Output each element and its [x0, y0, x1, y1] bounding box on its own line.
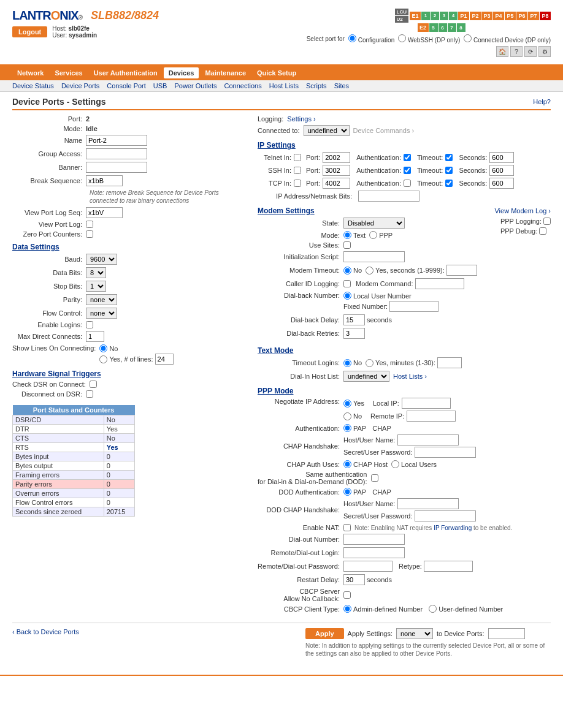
ppp-logging-checkbox[interactable] [543, 218, 551, 225]
nav-devices[interactable]: Devices [164, 67, 199, 78]
cbcp-server-checkbox[interactable] [343, 591, 351, 599]
dod-host-user-input[interactable] [397, 498, 459, 509]
user-defined-option[interactable]: User-defined Number [429, 605, 503, 613]
show-lines-no-option[interactable]: No [99, 344, 173, 352]
config-icon[interactable]: ⚙ [538, 46, 551, 57]
name-input[interactable] [86, 135, 147, 146]
admin-defined-radio[interactable] [343, 605, 351, 613]
chap-host-option[interactable]: CHAP Host [343, 460, 388, 468]
negotiate-yes-option[interactable]: Yes [343, 400, 364, 408]
ip-mask-input[interactable] [358, 191, 419, 202]
modem-command-input[interactable] [415, 278, 464, 289]
dod-chap-option[interactable]: CHAP [372, 488, 391, 496]
negotiate-no-radio[interactable] [343, 412, 351, 420]
chap-secret-input[interactable] [415, 447, 476, 458]
local-user-radio[interactable] [343, 292, 351, 300]
tcp-seconds-input[interactable] [489, 178, 514, 189]
timeout-seconds-input[interactable] [446, 265, 477, 276]
settings-link[interactable]: Settings › [287, 115, 315, 123]
timeout-no-option[interactable]: No [343, 267, 362, 275]
banner-input[interactable] [86, 162, 147, 173]
remote-ip-input[interactable] [407, 411, 456, 422]
tcp-timeout-checkbox[interactable] [445, 180, 453, 187]
init-script-input[interactable] [343, 251, 405, 262]
pap-option[interactable]: PAP [343, 424, 366, 432]
nav-quick-setup[interactable]: Quick Setup [252, 67, 301, 78]
telnet-timeout-checkbox[interactable] [445, 154, 453, 161]
tcp-port-input[interactable] [323, 178, 350, 189]
dod-pap-option[interactable]: PAP [343, 488, 366, 496]
mode-text-option[interactable]: Text [343, 231, 366, 239]
connected-radio-label[interactable]: Connected Device (DP only) [464, 34, 551, 44]
subnav-device-ports[interactable]: Device Ports [61, 82, 99, 89]
break-seq-input[interactable] [86, 175, 123, 186]
telnet-auth-checkbox[interactable] [404, 154, 411, 161]
dialback-delay-input[interactable] [343, 314, 365, 325]
mode-text-radio[interactable] [343, 231, 351, 239]
port-7[interactable]: 7 [448, 23, 456, 32]
telnet-port-input[interactable] [323, 152, 350, 163]
dial-in-host-select[interactable]: undefined [343, 371, 389, 382]
port-8[interactable]: 8 [457, 23, 465, 32]
mode-ppp-option[interactable]: PPP [369, 231, 393, 239]
subnav-device-status[interactable]: Device Status [12, 82, 54, 89]
port-3[interactable]: 3 [440, 12, 448, 20]
refresh-icon[interactable]: ⟳ [524, 46, 537, 57]
pap-radio[interactable] [343, 424, 351, 432]
telnet-seconds-input[interactable] [489, 152, 514, 163]
to-device-ports-input[interactable] [488, 628, 525, 639]
negotiate-no-option[interactable]: No [343, 412, 362, 420]
help-icon[interactable]: ? [510, 46, 523, 57]
ssh-timeout-checkbox[interactable] [445, 167, 453, 174]
nav-services[interactable]: Services [50, 67, 87, 78]
local-users-radio[interactable] [391, 460, 399, 468]
fixed-number-option[interactable]: Fixed Number: [343, 301, 439, 312]
webssh-radio[interactable] [398, 34, 406, 42]
help-link[interactable]: Help? [533, 98, 551, 105]
connected-to-select[interactable]: undefined [304, 125, 350, 136]
apply-button[interactable]: Apply [305, 628, 344, 639]
admin-defined-option[interactable]: Admin-defined Number [343, 605, 423, 613]
config-radio-label[interactable]: Configuration [348, 34, 394, 44]
tcp-auth-checkbox[interactable] [404, 180, 411, 187]
timeout-minutes-input[interactable] [437, 357, 462, 368]
dod-pap-radio[interactable] [343, 488, 351, 496]
chap-option[interactable]: CHAP [372, 425, 391, 432]
back-to-device-ports-link[interactable]: ‹ Back to Device Ports [12, 628, 79, 635]
enable-nat-checkbox[interactable] [343, 524, 351, 531]
ppp-debug-checkbox[interactable] [539, 227, 546, 235]
ssh-port-input[interactable] [323, 165, 350, 176]
same-auth-checkbox[interactable] [371, 474, 378, 482]
subnav-sites[interactable]: Sites [334, 82, 349, 89]
port-5[interactable]: 5 [429, 23, 438, 32]
subnav-connections[interactable]: Connections [224, 82, 262, 89]
tl-no-option[interactable]: No [343, 359, 362, 367]
dod-secret-input[interactable] [415, 510, 476, 521]
chap-host-user-input[interactable] [397, 434, 459, 446]
view-port-log-checkbox[interactable] [86, 221, 93, 228]
port-6[interactable]: 6 [439, 23, 447, 32]
timeout-yes-radio[interactable] [366, 267, 373, 275]
group-access-input[interactable] [86, 148, 147, 159]
subnav-power-outlets[interactable]: Power Outlets [174, 82, 216, 89]
stop-bits-select[interactable]: 1 [86, 281, 106, 292]
ip-forwarding-link[interactable]: IP Forwarding [434, 525, 472, 531]
restart-delay-input[interactable] [343, 574, 365, 585]
dialout-number-input[interactable] [343, 534, 405, 545]
port-2[interactable]: 2 [431, 12, 439, 20]
home-icon[interactable]: 🏠 [496, 46, 508, 57]
apply-settings-select[interactable]: none [396, 628, 433, 639]
timeout-no-radio[interactable] [343, 267, 351, 275]
check-dsr-checkbox[interactable] [90, 381, 97, 388]
tcp-checkbox[interactable] [294, 180, 301, 187]
logout-button[interactable]: Logout [12, 26, 47, 37]
dialback-retries-input[interactable] [343, 328, 365, 339]
view-modem-log-link[interactable]: View Modem Log › [494, 207, 551, 214]
remote-dialout-login-input[interactable] [343, 547, 405, 558]
show-lines-no-radio[interactable] [99, 344, 107, 352]
tl-yes-option[interactable]: Yes, minutes (1-30): [366, 359, 435, 367]
local-ip-input[interactable] [402, 398, 451, 409]
show-lines-yes-option[interactable]: Yes, # of lines: [99, 354, 173, 365]
ssh-auth-checkbox[interactable] [404, 167, 411, 174]
nav-maintenance[interactable]: Maintenance [200, 67, 251, 78]
